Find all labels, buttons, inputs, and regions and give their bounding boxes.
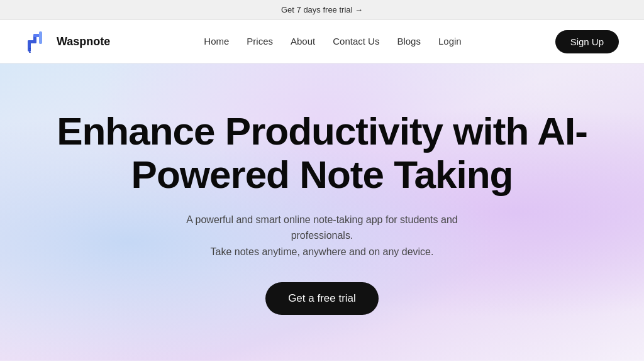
svg-rect-6 [29, 50, 31, 51]
hero-title: Enhance Productivity with AI-Powered Not… [50, 109, 594, 197]
svg-rect-4 [39, 31, 42, 44]
banner-text: Get 7 days free trial → [281, 5, 363, 14]
navbar: Waspnote Home Prices About Contact Us Bl… [0, 20, 644, 63]
hero-section: Enhance Productivity with AI-Powered Not… [0, 63, 644, 361]
nav-item-prices[interactable]: Prices [247, 36, 273, 47]
hero-subtitle: A powerful and smart online note-taking … [158, 212, 486, 260]
hero-subtitle-line2: Take notes anytime, anywhere and on any … [211, 246, 434, 257]
top-banner[interactable]: Get 7 days free trial → [0, 0, 644, 20]
nav-item-blogs[interactable]: Blogs [397, 36, 421, 47]
svg-rect-7 [29, 52, 31, 53]
signup-button[interactable]: Sign Up [555, 30, 619, 53]
nav-item-contact[interactable]: Contact Us [333, 36, 379, 47]
svg-rect-5 [29, 48, 31, 49]
logo-area: Waspnote [25, 29, 110, 54]
hero-subtitle-line1: A powerful and smart online note-taking … [186, 214, 457, 241]
nav-item-home[interactable]: Home [204, 36, 229, 47]
logo-name: Waspnote [57, 35, 110, 48]
nav-item-login[interactable]: Login [438, 36, 462, 47]
logo-icon [25, 29, 50, 54]
nav-item-about[interactable]: About [291, 36, 315, 47]
nav-links: Home Prices About Contact Us Blogs Login [204, 36, 461, 47]
cta-button[interactable]: Get a free trial [265, 282, 379, 315]
hero-content: Enhance Productivity with AI-Powered Not… [50, 109, 594, 315]
